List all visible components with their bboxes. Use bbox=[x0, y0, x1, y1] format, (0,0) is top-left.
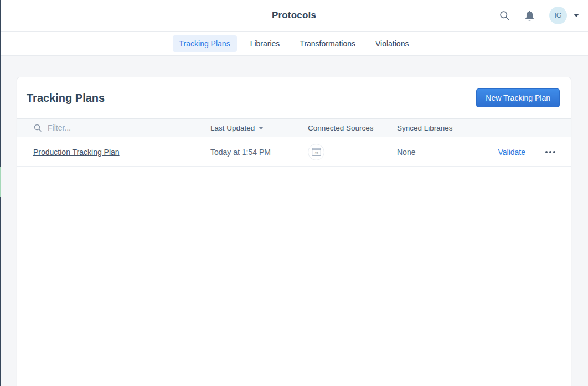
column-label: Last Updated bbox=[210, 124, 255, 132]
background-sidebar-edge bbox=[0, 0, 1, 386]
sort-caret-icon bbox=[259, 127, 264, 129]
tab-libraries[interactable]: Libraries bbox=[244, 35, 287, 52]
app-header: Protocols IG bbox=[0, 0, 588, 32]
column-header-last-updated[interactable]: Last Updated bbox=[210, 124, 308, 132]
tab-transformations[interactable]: Transformations bbox=[293, 35, 362, 52]
background-sidebar-edge-highlight bbox=[0, 167, 1, 197]
column-header-synced-libraries: Synced Libraries bbox=[397, 124, 488, 132]
search-button[interactable] bbox=[499, 10, 510, 21]
synced-libraries-value: None bbox=[397, 148, 488, 157]
tracking-plan-link[interactable]: Production Tracking Plan bbox=[33, 148, 120, 157]
more-options-icon[interactable] bbox=[544, 149, 556, 155]
last-updated-value: Today at 1:54 PM bbox=[210, 148, 308, 157]
row-actions: Validate bbox=[488, 148, 571, 157]
column-header-connected-sources: Connected Sources bbox=[308, 124, 397, 132]
account-menu[interactable]: IG bbox=[549, 7, 579, 24]
javascript-source-icon[interactable]: JS bbox=[308, 144, 324, 160]
validate-link[interactable]: Validate bbox=[498, 148, 525, 157]
tab-bar: Tracking Plans Libraries Transformations… bbox=[0, 32, 588, 56]
avatar[interactable]: IG bbox=[549, 7, 567, 24]
card-header: Tracking Plans New Tracking Plan bbox=[17, 77, 571, 118]
source-badge-label: JS bbox=[314, 152, 318, 155]
filter-input[interactable] bbox=[48, 123, 169, 132]
header-actions: IG bbox=[499, 0, 579, 31]
tab-tracking-plans[interactable]: Tracking Plans bbox=[173, 35, 237, 52]
bell-icon bbox=[524, 10, 535, 22]
new-tracking-plan-button[interactable]: New Tracking Plan bbox=[476, 88, 560, 107]
search-icon bbox=[499, 10, 510, 21]
filter-cell bbox=[33, 123, 210, 132]
table-row: Production Tracking Plan Today at 1:54 P… bbox=[17, 137, 571, 167]
filter-search-icon bbox=[33, 123, 42, 132]
notifications-button[interactable] bbox=[524, 10, 535, 22]
table-header: Last Updated Connected Sources Synced Li… bbox=[17, 118, 571, 137]
tracking-plans-card: Tracking Plans New Tracking Plan Last Up… bbox=[17, 77, 571, 386]
tab-violations[interactable]: Violations bbox=[369, 35, 415, 52]
caret-down-icon[interactable] bbox=[574, 14, 579, 17]
card-title: Tracking Plans bbox=[27, 92, 105, 105]
